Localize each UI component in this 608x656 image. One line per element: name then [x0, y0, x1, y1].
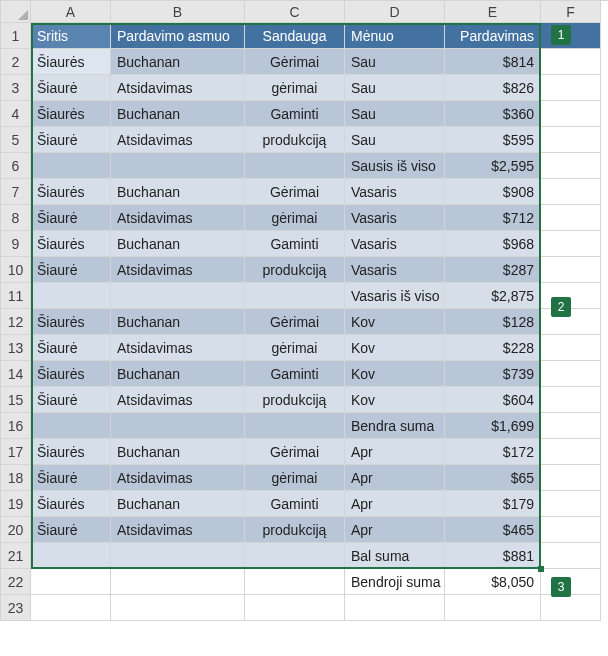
- cell-E10[interactable]: $287: [445, 257, 541, 283]
- cell-A11[interactable]: [31, 283, 111, 309]
- cell-F18[interactable]: [541, 465, 601, 491]
- cell-E18[interactable]: $65: [445, 465, 541, 491]
- cell-B17[interactable]: Buchanan: [111, 439, 245, 465]
- cell-E7[interactable]: $908: [445, 179, 541, 205]
- col-header-E[interactable]: E: [445, 1, 541, 23]
- row-header-23[interactable]: 23: [1, 595, 31, 621]
- cell-E4[interactable]: $360: [445, 101, 541, 127]
- cell-F9[interactable]: [541, 231, 601, 257]
- cell-B18[interactable]: Atsidavimas: [111, 465, 245, 491]
- cell-B13[interactable]: Atsidavimas: [111, 335, 245, 361]
- cell-C18[interactable]: gėrimai: [245, 465, 345, 491]
- cell-C20[interactable]: produkciją: [245, 517, 345, 543]
- cell-C16[interactable]: [245, 413, 345, 439]
- cell-B7[interactable]: Buchanan: [111, 179, 245, 205]
- cell-B21[interactable]: [111, 543, 245, 569]
- cell-A4[interactable]: Šiaurės: [31, 101, 111, 127]
- cell-B19[interactable]: Buchanan: [111, 491, 245, 517]
- cell-C4[interactable]: Gaminti: [245, 101, 345, 127]
- cell-B9[interactable]: Buchanan: [111, 231, 245, 257]
- row-header-8[interactable]: 8: [1, 205, 31, 231]
- cell-F20[interactable]: [541, 517, 601, 543]
- cell-C11[interactable]: [245, 283, 345, 309]
- row-header-1[interactable]: 1: [1, 23, 31, 49]
- cell-C7[interactable]: Gėrimai: [245, 179, 345, 205]
- col-header-A[interactable]: A: [31, 1, 111, 23]
- cell-A18[interactable]: Šiaurė: [31, 465, 111, 491]
- cell-C5[interactable]: produkciją: [245, 127, 345, 153]
- cell-E23[interactable]: [445, 595, 541, 621]
- spreadsheet[interactable]: ABCDEF1SritisPardavimo asmuoSandaugaMėnu…: [0, 0, 608, 621]
- cell-E2[interactable]: $814: [445, 49, 541, 75]
- cell-F2[interactable]: [541, 49, 601, 75]
- cell-D4[interactable]: Sau: [345, 101, 445, 127]
- col-header-D[interactable]: D: [345, 1, 445, 23]
- cell-D18[interactable]: Apr: [345, 465, 445, 491]
- cell-E17[interactable]: $172: [445, 439, 541, 465]
- cell-D15[interactable]: Kov: [345, 387, 445, 413]
- cell-A22[interactable]: [31, 569, 111, 595]
- cell-D12[interactable]: Kov: [345, 309, 445, 335]
- cell-E3[interactable]: $826: [445, 75, 541, 101]
- cell-A15[interactable]: Šiaurė: [31, 387, 111, 413]
- cell-F3[interactable]: [541, 75, 601, 101]
- cell-D20[interactable]: Apr: [345, 517, 445, 543]
- cell-B6[interactable]: [111, 153, 245, 179]
- cell-F16[interactable]: [541, 413, 601, 439]
- cell-A10[interactable]: Šiaurė: [31, 257, 111, 283]
- col-header-F[interactable]: F: [541, 1, 601, 23]
- cell-F11[interactable]: [541, 283, 601, 309]
- row-header-22[interactable]: 22: [1, 569, 31, 595]
- row-header-16[interactable]: 16: [1, 413, 31, 439]
- cell-D9[interactable]: Vasaris: [345, 231, 445, 257]
- cell-C23[interactable]: [245, 595, 345, 621]
- cell-E14[interactable]: $739: [445, 361, 541, 387]
- cell-F23[interactable]: [541, 595, 601, 621]
- col-header-B[interactable]: B: [111, 1, 245, 23]
- row-header-20[interactable]: 20: [1, 517, 31, 543]
- cell-C8[interactable]: gėrimai: [245, 205, 345, 231]
- cell-C17[interactable]: Gėrimai: [245, 439, 345, 465]
- row-header-21[interactable]: 21: [1, 543, 31, 569]
- cell-E21[interactable]: $881: [445, 543, 541, 569]
- row-header-3[interactable]: 3: [1, 75, 31, 101]
- cell-B1[interactable]: Pardavimo asmuo: [111, 23, 245, 49]
- row-header-17[interactable]: 17: [1, 439, 31, 465]
- cell-F14[interactable]: [541, 361, 601, 387]
- row-header-6[interactable]: 6: [1, 153, 31, 179]
- cell-F19[interactable]: [541, 491, 601, 517]
- fill-handle[interactable]: [538, 566, 544, 572]
- cell-D1[interactable]: Mėnuo: [345, 23, 445, 49]
- row-header-12[interactable]: 12: [1, 309, 31, 335]
- cell-C13[interactable]: gėrimai: [245, 335, 345, 361]
- cell-E22[interactable]: $8,050: [445, 569, 541, 595]
- cell-A19[interactable]: Šiaurės: [31, 491, 111, 517]
- cell-D23[interactable]: [345, 595, 445, 621]
- cell-D21[interactable]: Bal suma: [345, 543, 445, 569]
- cell-D11[interactable]: Vasaris iš viso: [345, 283, 445, 309]
- cell-C12[interactable]: Gėrimai: [245, 309, 345, 335]
- cell-D8[interactable]: Vasaris: [345, 205, 445, 231]
- cell-E6[interactable]: $2,595: [445, 153, 541, 179]
- row-header-11[interactable]: 11: [1, 283, 31, 309]
- cell-A2[interactable]: Šiaurės: [31, 49, 111, 75]
- cell-D3[interactable]: Sau: [345, 75, 445, 101]
- cell-F21[interactable]: [541, 543, 601, 569]
- cell-C3[interactable]: gėrimai: [245, 75, 345, 101]
- cell-D6[interactable]: Sausis iš viso: [345, 153, 445, 179]
- cell-A13[interactable]: Šiaurė: [31, 335, 111, 361]
- cell-E11[interactable]: $2,875: [445, 283, 541, 309]
- cell-B14[interactable]: Buchanan: [111, 361, 245, 387]
- cell-B23[interactable]: [111, 595, 245, 621]
- cell-D2[interactable]: Sau: [345, 49, 445, 75]
- cell-A5[interactable]: Šiaurė: [31, 127, 111, 153]
- row-header-9[interactable]: 9: [1, 231, 31, 257]
- cell-E16[interactable]: $1,699: [445, 413, 541, 439]
- cell-D10[interactable]: Vasaris: [345, 257, 445, 283]
- cell-D19[interactable]: Apr: [345, 491, 445, 517]
- cell-B4[interactable]: Buchanan: [111, 101, 245, 127]
- cell-C9[interactable]: Gaminti: [245, 231, 345, 257]
- cell-F13[interactable]: [541, 335, 601, 361]
- cell-F1[interactable]: [541, 23, 601, 49]
- cell-E20[interactable]: $465: [445, 517, 541, 543]
